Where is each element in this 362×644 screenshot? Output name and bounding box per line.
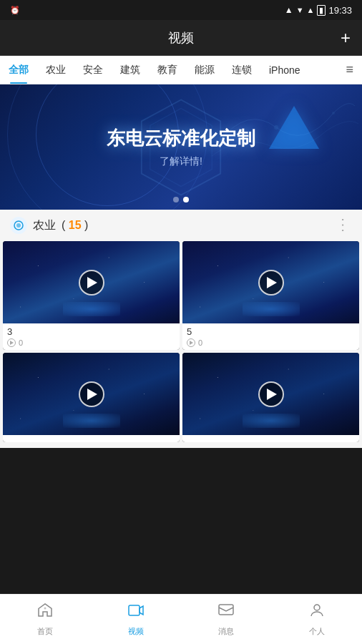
video-meta-1: 0 (7, 338, 175, 347)
tab-security[interactable]: 安全 (74, 56, 112, 84)
video-info-1: 3 0 (3, 323, 180, 350)
signal-strength-icon: ▼ (296, 6, 304, 14)
tab-chain[interactable]: 连锁 (223, 56, 260, 84)
banner-dots (173, 197, 189, 203)
svg-rect-8 (129, 605, 140, 615)
svg-point-10 (314, 605, 320, 610)
nav-video[interactable]: 视频 (91, 595, 182, 644)
video-thumb-4 (182, 353, 359, 435)
tab-iphone[interactable]: iPhone (260, 56, 309, 84)
play-button-1[interactable] (79, 270, 104, 296)
svg-point-6 (16, 223, 21, 228)
video-card-4[interactable] (182, 353, 359, 442)
page-title: 视频 (168, 29, 194, 47)
nav-video-label: 视频 (128, 626, 144, 637)
video-card-2[interactable]: 5 0 (182, 241, 359, 350)
nav-message[interactable]: 消息 (181, 595, 272, 644)
signal-icon: ▲ (285, 5, 293, 15)
glow-deco-2 (243, 302, 300, 316)
video-title-2: 5 (187, 326, 355, 337)
video-views-1: 0 (19, 338, 23, 347)
svg-point-2 (274, 125, 278, 130)
bottom-nav: 首页 视频 消息 个人 (0, 594, 362, 644)
video-card-1[interactable]: 3 0 (3, 241, 180, 350)
tab-all[interactable]: 全部 (0, 56, 37, 84)
section-count: 15 (65, 219, 84, 231)
status-time: 19:33 (328, 5, 352, 16)
play-count-icon-2 (187, 338, 195, 347)
video-row-1: 3 0 5 0 (0, 241, 362, 353)
video-card-3[interactable] (3, 353, 180, 442)
banner-title: 东电云标准化定制 (107, 126, 255, 151)
banner-content: 东电云标准化定制 了解详情! (107, 126, 255, 168)
home-icon (36, 602, 54, 623)
svg-rect-9 (219, 605, 233, 615)
glow-deco-4 (243, 414, 300, 428)
banner[interactable]: 东电云标准化定制 了解详情! (0, 84, 362, 210)
nav-home[interactable]: 首页 (0, 595, 91, 644)
nav-message-label: 消息 (218, 626, 234, 637)
play-button-4[interactable] (258, 381, 284, 407)
message-icon (217, 602, 235, 623)
status-bar: ⏰ ▲ ▼ ▲ ▮ 19:33 (0, 0, 362, 20)
main-content: 东电云标准化定制 了解详情! 农业 ( 15 ) ··· (0, 84, 362, 594)
section-icon (10, 217, 27, 234)
video-views-2: 0 (198, 338, 202, 347)
video-info-2: 5 0 (182, 323, 359, 350)
category-tabs: 全部 农业 安全 建筑 教育 能源 连锁 iPhone ≡ (0, 56, 362, 84)
video-thumb-1 (3, 241, 180, 323)
video-icon (127, 602, 145, 623)
svg-point-7 (44, 608, 47, 610)
tab-education[interactable]: 教育 (149, 56, 186, 84)
clock-icon: ⏰ (10, 6, 20, 15)
list-view-icon[interactable]: ≡ (337, 62, 362, 77)
section-header: 农业 ( 15 ) ··· (0, 210, 362, 241)
video-grid: 3 0 5 0 (0, 241, 362, 448)
profile-icon (308, 602, 326, 623)
battery-icon: ▮ (317, 5, 326, 16)
banner-subtitle: 了解详情! (160, 155, 202, 168)
tab-energy[interactable]: 能源 (186, 56, 223, 84)
tab-construction[interactable]: 建筑 (112, 56, 149, 84)
more-options-icon[interactable]: ··· (336, 218, 352, 234)
play-button-3[interactable] (79, 381, 104, 407)
section-count-label: ( 15 ) (62, 219, 88, 232)
nav-home-label: 首页 (37, 626, 53, 637)
video-info-4 (182, 435, 359, 442)
glow-deco-3 (63, 414, 120, 428)
header: 视频 + (0, 20, 362, 56)
video-thumb-3 (3, 353, 180, 435)
play-button-2[interactable] (258, 270, 284, 296)
nav-profile-label: 个人 (309, 626, 325, 637)
play-count-icon-1 (7, 338, 16, 347)
banner-dot-2[interactable] (183, 197, 189, 203)
nav-profile[interactable]: 个人 (272, 595, 363, 644)
video-meta-2: 0 (187, 338, 355, 347)
add-button[interactable]: + (341, 28, 351, 48)
video-info-3 (3, 435, 180, 442)
camera-icon (13, 220, 24, 231)
video-title-1: 3 (7, 326, 175, 337)
banner-dot-1[interactable] (173, 197, 179, 203)
glow-deco (63, 302, 120, 316)
tab-agriculture[interactable]: 农业 (37, 56, 74, 84)
section-name: 农业 (33, 218, 56, 233)
section-title-wrap: 农业 ( 15 ) (10, 217, 88, 234)
svg-point-3 (332, 112, 335, 114)
video-thumb-2 (182, 241, 359, 323)
wifi-icon: ▲ (307, 6, 315, 14)
video-row-2 (0, 353, 362, 445)
